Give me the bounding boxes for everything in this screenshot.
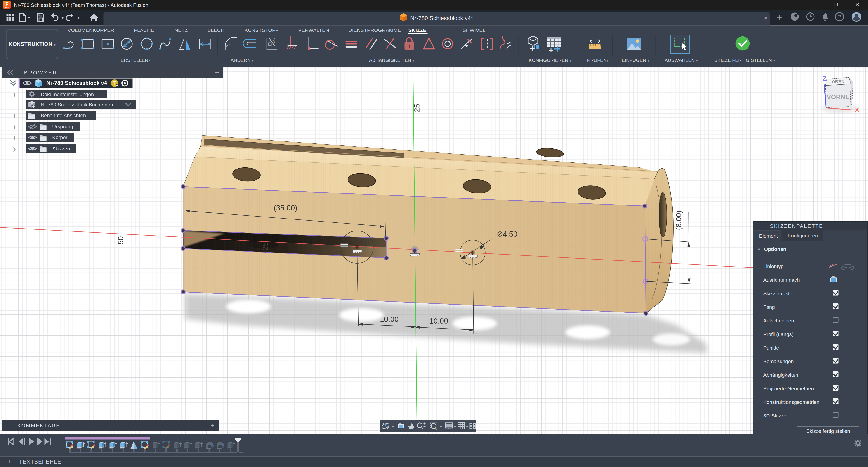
svg-text:Z: Z [823, 75, 827, 82]
svg-text:10.00: 10.00 [380, 315, 399, 323]
svg-text:VORNE: VORNE [827, 93, 849, 100]
svg-text:X: X [855, 106, 859, 113]
svg-text:25: 25 [413, 104, 421, 112]
svg-text:?: ? [838, 14, 841, 20]
svg-text:-25: -25 [261, 242, 270, 253]
svg-text:10.00: 10.00 [430, 317, 448, 325]
svg-text:(35.00): (35.00) [274, 204, 298, 212]
svg-text:OBEN: OBEN [832, 79, 844, 84]
svg-text:(8.00): (8.00) [675, 210, 683, 230]
svg-text:-50: -50 [116, 236, 125, 247]
svg-text:Ø4.50: Ø4.50 [497, 230, 518, 238]
